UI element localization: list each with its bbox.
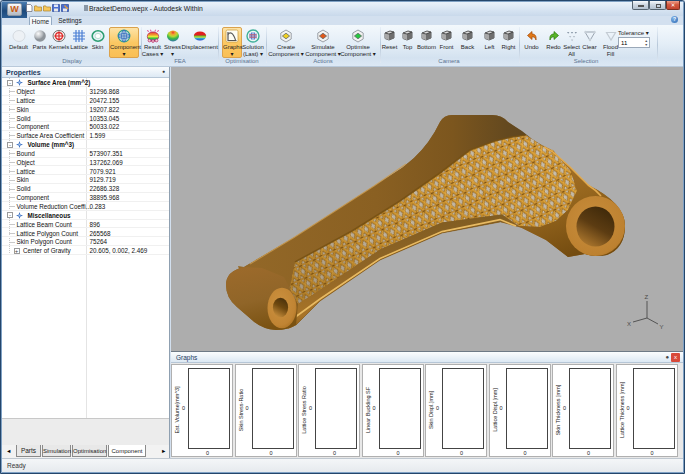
svg-text:Y: Y <box>660 324 664 330</box>
svg-text:Z: Z <box>645 294 649 300</box>
svg-text:X: X <box>627 321 631 327</box>
